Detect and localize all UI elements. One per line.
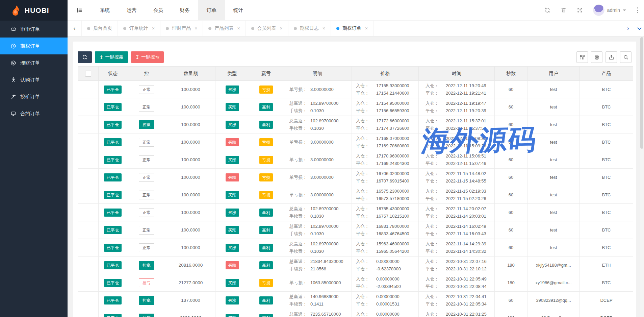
kv-line: 平仓：16833.46764500 (356, 230, 418, 237)
seconds-cell: 60 (495, 98, 527, 116)
control-badge[interactable]: 正常 (139, 138, 154, 147)
fullscreen-icon[interactable] (577, 7, 583, 13)
user-cell: test (527, 169, 580, 186)
page-scrollbar[interactable] (640, 36, 644, 317)
monitor-icon (10, 111, 16, 117)
tab-option-orders[interactable]: 期权订单 × (331, 21, 373, 36)
sidebar-item-finance-orders[interactable]: 理财订单 (0, 54, 68, 71)
force-lose-button[interactable]: ↧ 一键控亏 (131, 51, 164, 63)
nav-item-order[interactable]: 订单 (198, 0, 225, 20)
column-header: 类型 (215, 67, 249, 81)
trash-icon[interactable] (561, 7, 567, 13)
status-badge: 已平仓 (104, 121, 122, 129)
table-row: 已平仓 正常 100.0000 买涨 亏损 单亏损：3.00000000 入仓：… (78, 151, 633, 169)
export-icon[interactable] (606, 51, 617, 63)
seconds-cell: 60 (495, 151, 527, 169)
seconds-cell: 180 (495, 309, 527, 317)
control-badge[interactable]: 控赢 (139, 261, 154, 270)
tab-option-logs[interactable]: 期权日志 × (288, 21, 331, 36)
print-icon[interactable] (591, 51, 602, 63)
tab-label: 理财产品 (172, 25, 191, 31)
control-badge[interactable]: 正常 (139, 85, 154, 94)
sidebar-item-option-orders[interactable]: 期权订单 (0, 38, 68, 54)
kv-line: 平仓：0.00001531 (356, 301, 418, 308)
kv-line: 入仓：2022-12-11 15:06:51 (426, 153, 494, 160)
type-badge: 买涨 (226, 191, 239, 199)
result-badge: 亏损 (259, 138, 273, 146)
tabs-dropdown[interactable] (635, 28, 644, 29)
control-badge[interactable]: 控赢 (139, 120, 154, 129)
tab-home[interactable]: 后台首页 (82, 21, 118, 36)
refresh-icon[interactable] (544, 7, 550, 13)
status-badge: 已平仓 (104, 156, 122, 164)
nav-item-finance[interactable]: 财务 (172, 0, 198, 20)
tabs-scroll-right[interactable]: › (622, 25, 635, 32)
sidebar-item-mining-orders[interactable]: 挖矿订单 (0, 88, 68, 105)
control-badge[interactable]: 正常 (139, 226, 154, 235)
tab-close-icon[interactable]: × (365, 26, 368, 31)
tab-label: 后台首页 (93, 25, 112, 31)
user-cell: test (527, 239, 580, 257)
product-cell: BTC (580, 169, 633, 186)
kv-line: 入仓：17172.66000000 (356, 118, 418, 124)
kv-line: 入仓：0.00000000 (356, 293, 418, 300)
select-all-checkbox[interactable] (85, 71, 91, 77)
nav-item-system[interactable]: 系统 (92, 0, 118, 20)
tab-close-icon[interactable]: × (237, 26, 240, 31)
control-badge[interactable]: 正常 (139, 243, 154, 252)
more-menu-icon[interactable] (636, 6, 639, 15)
control-badge[interactable]: 正常 (139, 155, 154, 164)
user-cell: test (527, 151, 580, 169)
table-row: 已平仓 控赢 100.0000 买涨 赢利 总赢返：102.89700000手续… (78, 116, 633, 133)
nav-item-stats[interactable]: 统计 (225, 0, 252, 20)
type-badge: 买涨 (226, 226, 239, 234)
time-cell: 入仓：2022-11-15 02:19:33平仓：2022-11-15 02:2… (419, 186, 495, 204)
result-badge: 赢利 (259, 261, 273, 269)
topnav: 系统运营会员财务订单统计 (92, 0, 252, 20)
control-badge[interactable]: 正常 (139, 103, 154, 112)
sidebar-item-contract-orders[interactable]: 合约订单 (0, 105, 68, 122)
tabs-scroll-left[interactable]: ‹ (68, 21, 82, 36)
table-row: 已平仓 正常 100.0000 买涨 赢利 总赢返：102.89700000手续… (78, 221, 633, 239)
tab-product-list[interactable]: 产品列表 × (203, 21, 246, 36)
tab-finance-products[interactable]: 理财产品 × (160, 21, 203, 36)
sidebar-item-subscribe-orders[interactable]: 认购订单 (0, 71, 68, 88)
tabbar: ‹ 后台首页 订单统计 × 理财产品 × 产品列表 × 会员列表 × 期权日志 … (68, 21, 644, 36)
control-badge[interactable]: 正常 (139, 191, 154, 199)
result-badge: 亏损 (259, 156, 273, 164)
kv-line: 入仓：2022-12-11 19:19:47 (426, 100, 494, 107)
tab-close-icon[interactable]: × (280, 26, 283, 31)
table-row: 已平仓 正常 100.0000 买涨 赢利 总赢返：102.89700000手续… (78, 98, 633, 116)
price-cell: 入仓：16755.43000000平仓：16757.10215100 (352, 204, 419, 221)
user-name: admin (607, 7, 620, 13)
tab-close-icon[interactable]: × (152, 26, 155, 31)
nav-item-operation[interactable]: 运营 (118, 0, 145, 20)
tab-member-list[interactable]: 会员列表 × (246, 21, 288, 36)
status-badge: 已平仓 (104, 279, 122, 287)
control-badge[interactable]: 正常 (139, 173, 154, 182)
tab-order-stats[interactable]: 订单统计 × (118, 21, 160, 36)
refresh-button[interactable] (78, 51, 92, 63)
detail-cell: 单亏损：3.00000000 (283, 133, 352, 151)
collapse-menu-icon[interactable] (68, 7, 92, 14)
scrollbar-thumb[interactable] (640, 37, 643, 149)
sidebar-item-coin-orders[interactable]: 币币订单 (0, 21, 68, 38)
columns-filter-icon[interactable] (576, 51, 588, 63)
control-badge[interactable]: 控赢 (139, 296, 154, 305)
kv-line: 平仓：17174.37726600 (356, 125, 418, 132)
control-badge[interactable]: 控亏 (139, 278, 154, 287)
user-cell: test (527, 221, 580, 239)
control-badge[interactable]: 正常 (139, 208, 154, 217)
search-icon[interactable] (620, 51, 632, 63)
kv-line: 平仓：17169.78680800 (356, 143, 418, 149)
tab-close-icon[interactable]: × (195, 26, 197, 31)
tab-close-icon[interactable]: × (323, 26, 325, 31)
nav-item-member[interactable]: 会员 (145, 0, 172, 20)
user-cell: test (527, 98, 580, 116)
tab-dot-icon (208, 27, 211, 30)
brand-logo[interactable]: HUOBI (0, 0, 68, 21)
type-badge: 买涨 (226, 279, 239, 287)
user-menu[interactable]: admin (593, 4, 626, 16)
force-win-button[interactable]: ↥ 一键控赢 (95, 51, 128, 63)
control-badge[interactable]: 控赢 (139, 314, 154, 317)
